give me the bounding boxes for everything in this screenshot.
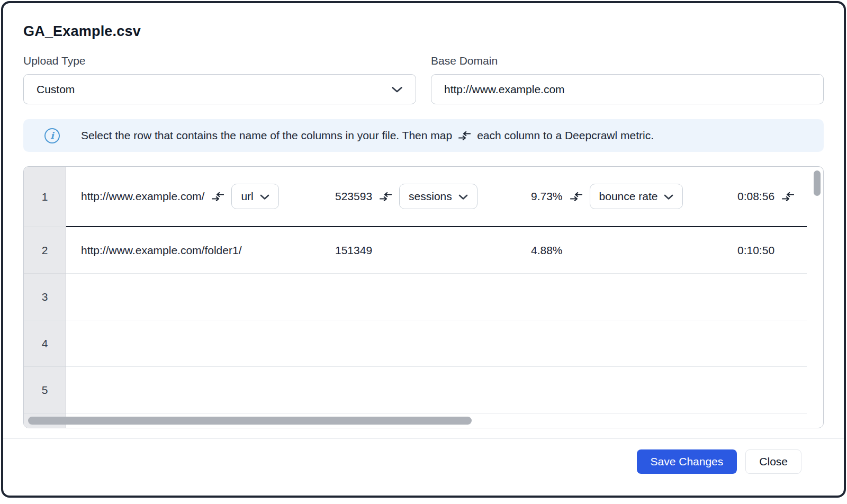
data-cell: 151349 — [320, 244, 516, 257]
chevron-down-icon — [664, 190, 673, 203]
metric-dropdown-value: sessions — [409, 190, 452, 203]
header-cell-sessions: 523593 sessions — [320, 184, 516, 209]
cell-value: 9.73% — [531, 190, 563, 203]
data-row-5[interactable] — [66, 367, 807, 413]
modal-footer: Save Changes Close — [3, 438, 844, 474]
data-cell: 0:10:50 — [723, 244, 807, 257]
upload-type-select[interactable]: Custom — [23, 74, 416, 104]
cell-value: http://www.example.com/folder1/ — [81, 244, 241, 257]
header-mapping-row[interactable]: http://www.example.com/ url 523593 — [66, 167, 807, 227]
base-domain-label: Base Domain — [431, 55, 824, 67]
cell-value: 4.88% — [531, 244, 563, 257]
chevron-down-icon — [260, 190, 269, 203]
info-text-after: each column to a Deepcrawl metric. — [477, 129, 654, 142]
cell-value: http://www.example.com/ — [81, 190, 204, 203]
info-icon: i — [44, 128, 60, 143]
modal-title: GA_Example.csv — [23, 23, 824, 40]
map-arrows-icon — [570, 192, 582, 201]
table-data-area: http://www.example.com/ url 523593 — [66, 167, 807, 428]
header-cell-time: 0:08:56 — [723, 190, 807, 203]
row-number-1[interactable]: 1 — [24, 167, 66, 227]
cell-value: 523593 — [335, 190, 372, 203]
data-row-2[interactable]: http://www.example.com/folder1/ 151349 4… — [66, 227, 807, 274]
cell-value: 0:10:50 — [737, 244, 774, 257]
map-arrows-icon — [212, 192, 224, 201]
base-domain-input[interactable] — [431, 74, 824, 104]
metric-dropdown-url[interactable]: url — [231, 184, 278, 209]
cell-value: 0:08:56 — [737, 190, 774, 203]
save-changes-button[interactable]: Save Changes — [637, 449, 737, 474]
upload-type-field: Upload Type Custom — [23, 55, 416, 104]
upload-mapping-modal: GA_Example.csv Upload Type Custom Base D… — [1, 1, 846, 498]
header-cell-url: http://www.example.com/ url — [66, 184, 320, 209]
close-button[interactable]: Close — [745, 449, 801, 474]
data-row-4[interactable] — [66, 320, 807, 367]
row-number-4[interactable]: 4 — [24, 320, 66, 367]
header-cell-bounce-rate: 9.73% bounce rate — [516, 184, 723, 209]
info-banner-text: Select the row that contains the name of… — [81, 129, 654, 142]
metric-dropdown-sessions[interactable]: sessions — [399, 184, 477, 209]
chevron-down-icon — [458, 190, 468, 203]
csv-preview-table: 1 2 3 4 5 http://www.example.com/ url — [23, 166, 824, 428]
row-number-3[interactable]: 3 — [24, 274, 66, 320]
cell-value: 151349 — [335, 244, 372, 257]
row-number-column: 1 2 3 4 5 — [24, 167, 66, 428]
map-arrows-icon — [458, 131, 471, 140]
horizontal-scrollbar[interactable] — [28, 417, 472, 425]
metric-dropdown-bounce-rate[interactable]: bounce rate — [590, 184, 683, 209]
vertical-scrollbar[interactable] — [814, 170, 821, 196]
chevron-down-icon — [391, 83, 403, 96]
form-fields: Upload Type Custom Base Domain — [23, 55, 824, 104]
upload-type-label: Upload Type — [23, 55, 416, 67]
row-number-5[interactable]: 5 — [24, 367, 66, 413]
data-cell: 4.88% — [516, 244, 723, 257]
data-row-3[interactable] — [66, 274, 807, 320]
metric-dropdown-value: bounce rate — [599, 190, 658, 203]
info-banner: i Select the row that contains the name … — [23, 119, 824, 152]
map-arrows-icon — [380, 192, 392, 201]
metric-dropdown-value: url — [241, 190, 253, 203]
map-arrows-icon — [782, 192, 794, 201]
upload-type-value: Custom — [37, 83, 75, 96]
data-cell: http://www.example.com/folder1/ — [66, 244, 320, 257]
row-number-2[interactable]: 2 — [24, 227, 66, 274]
base-domain-field: Base Domain — [431, 55, 824, 104]
info-text-before: Select the row that contains the name of… — [81, 129, 452, 142]
